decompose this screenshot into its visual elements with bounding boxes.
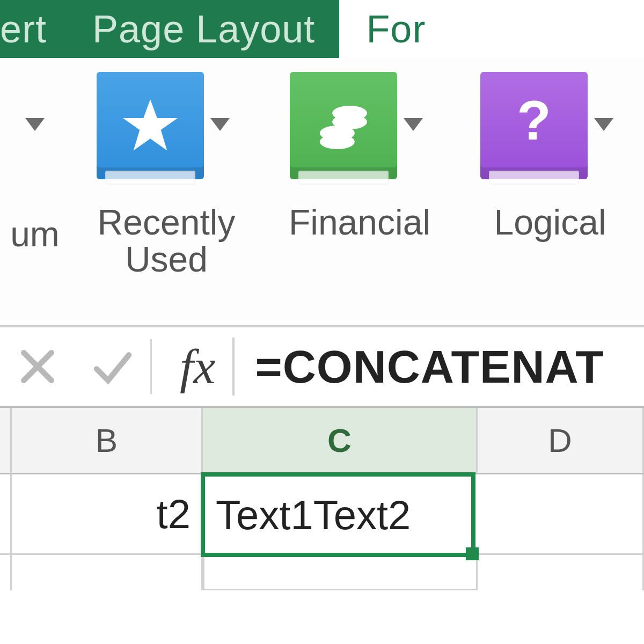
autosum-group: um [0, 72, 70, 253]
formula-bar: fx =CONCATENAT [0, 326, 644, 408]
fx-label: fx [180, 339, 215, 394]
cell-b1[interactable]: t2 [12, 474, 203, 555]
financial-dropdown[interactable] [397, 72, 429, 179]
recently-used-label: Recently Used [98, 204, 236, 279]
logical-button[interactable]: ? [480, 72, 588, 179]
col-c-label: C [327, 421, 352, 459]
star-book-icon [97, 72, 204, 179]
tab-formulas-label: For [366, 7, 426, 51]
coins-icon [290, 72, 397, 179]
column-header-c[interactable]: C [203, 408, 478, 473]
column-header-row: B C D [0, 408, 644, 474]
cell-c1[interactable]: Text1Text2 [201, 472, 475, 557]
col-d-label: D [548, 421, 572, 459]
col-b-label: B [96, 421, 118, 459]
cell-b2[interactable] [12, 555, 203, 590]
divider [232, 338, 235, 396]
chevron-down-icon [210, 118, 230, 131]
accept-formula-button[interactable] [75, 327, 150, 406]
ribbon-toolbar: um Recently Used [0, 58, 644, 326]
chevron-down-icon [404, 118, 423, 131]
logical-group: ? Logical [456, 72, 644, 241]
svg-text:?: ? [517, 94, 551, 151]
insert-function-button[interactable]: fx [152, 338, 232, 395]
tab-page-layout[interactable]: Page Layout [68, 0, 339, 58]
x-icon [14, 343, 61, 390]
financial-label: Financial [289, 204, 430, 241]
svg-point-4 [320, 134, 355, 149]
check-icon [90, 343, 136, 390]
cell-a2[interactable] [0, 555, 12, 590]
cancel-formula-button[interactable] [0, 327, 75, 406]
cell-c2[interactable] [203, 555, 478, 590]
tab-formulas[interactable]: For [339, 0, 644, 58]
autosum-dropdown[interactable] [0, 72, 70, 131]
recently-used-group: Recently Used [70, 72, 263, 279]
cell-d1[interactable] [473, 474, 644, 555]
ribbon-tab-strip: ert Page Layout For [0, 0, 644, 58]
recently-used-dropdown[interactable] [204, 72, 236, 179]
cell-d2[interactable] [478, 555, 644, 590]
autosum-label: um [10, 216, 60, 253]
grid-row-2 [0, 555, 644, 590]
tab-insert[interactable]: ert [0, 0, 68, 58]
question-mark-icon: ? [480, 72, 588, 179]
tab-insert-label: ert [0, 7, 47, 51]
chevron-down-icon [594, 118, 613, 131]
tab-page-layout-label: Page Layout [92, 7, 315, 51]
column-header-b[interactable]: B [12, 408, 203, 473]
chevron-down-icon [25, 118, 45, 131]
svg-marker-0 [123, 99, 178, 150]
cell-c1-value: Text1Text2 [216, 492, 411, 538]
financial-button[interactable] [290, 72, 397, 179]
financial-group: Financial [263, 72, 456, 241]
recently-used-button[interactable] [97, 72, 204, 179]
logical-dropdown[interactable] [588, 72, 620, 179]
grid-row-1: t2 Text1Text2 [0, 474, 644, 555]
cell-a1[interactable] [0, 474, 12, 555]
column-header-a[interactable] [0, 408, 12, 473]
logical-label: Logical [494, 204, 606, 241]
formula-input[interactable]: =CONCATENAT [255, 340, 604, 393]
column-header-d[interactable]: D [478, 408, 644, 473]
cell-b1-value: t2 [157, 491, 191, 537]
